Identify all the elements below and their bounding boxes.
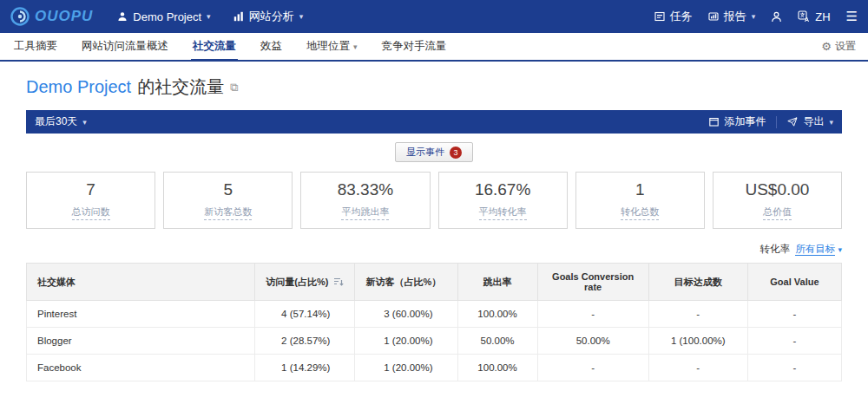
copy-icon[interactable]: ⧉ xyxy=(230,81,238,94)
col-header-label: 访问量(占比%) xyxy=(266,276,328,289)
events-row: 显示事件 3 xyxy=(26,142,842,162)
user-icon xyxy=(771,11,782,23)
chevron-down-icon: ▾ xyxy=(829,118,833,127)
tasks-icon xyxy=(654,11,665,22)
chevron-down-icon: ▾ xyxy=(752,12,756,21)
tab-label: 效益 xyxy=(260,39,282,54)
cell-bounce-rate: 100.00% xyxy=(457,355,537,381)
stat-value: 16.67% xyxy=(475,180,530,199)
cell-goal-value: - xyxy=(747,301,841,328)
report-icon xyxy=(708,11,719,22)
tab-label: 地理位置 xyxy=(306,39,350,54)
col-header-bounce-rate: 跳出率 xyxy=(457,264,537,301)
tab-traffic-overview[interactable]: 网站访问流量概述 xyxy=(80,33,170,60)
col-header-goals-completed: 目标达成数 xyxy=(648,264,747,301)
page-title-suffix: 的社交流量 xyxy=(137,75,224,99)
logo-icon xyxy=(10,7,30,26)
account-button[interactable] xyxy=(771,11,782,23)
export-label: 导出 xyxy=(803,114,824,129)
send-icon xyxy=(787,117,798,127)
social-traffic-table: 社交媒体 访问量(占比%) 新访客（占比%） 跳出率 Goals C xyxy=(26,263,842,381)
tab-competitor-traffic[interactable]: 竞争对手流量 xyxy=(380,33,449,60)
page-title: Demo Project 的社交流量 ⧉ xyxy=(26,75,842,99)
stat-label[interactable]: 平均转化率 xyxy=(479,205,527,220)
cell-new-visitors: 1 (20.00%) xyxy=(355,328,457,355)
show-events-button[interactable]: 显示事件 3 xyxy=(395,142,473,162)
cell-goal-value: - xyxy=(747,355,841,381)
tab-label: 社交流量 xyxy=(193,39,236,54)
add-event-icon xyxy=(709,117,719,127)
stat-card-new-visitors: 5 新访客总数 xyxy=(163,172,293,229)
language-label: ZH xyxy=(815,10,830,23)
stat-label[interactable]: 总价值 xyxy=(763,205,792,220)
reports-menu[interactable]: 报告 ▾ xyxy=(708,9,756,24)
col-header-visits: 访问量(占比%) xyxy=(255,264,355,301)
col-header-goals-conversion-rate: Goals Conversion rate xyxy=(537,264,648,301)
cell-goal-value: - xyxy=(747,328,841,355)
date-range-label: 最后30天 xyxy=(35,114,77,129)
stats-cards: 7 总访问数 5 新访客总数 83.33% 平均跳出率 16.67% 平均转化率… xyxy=(26,172,842,229)
stat-card-total-visits: 7 总访问数 xyxy=(26,172,155,229)
goal-filter-prefix: 转化率 xyxy=(760,244,791,254)
translate-icon xyxy=(798,10,810,23)
cell-social-media: Blogger xyxy=(27,328,255,355)
cell-goals-conversion-rate: - xyxy=(537,355,648,381)
cell-social-media: Facebook xyxy=(27,355,255,381)
gear-icon: ⚙ xyxy=(821,40,832,53)
date-range-dropdown[interactable]: 最后30天 ▾ xyxy=(35,114,87,129)
cell-goals-completed: 1 (100.00%) xyxy=(648,328,747,355)
main-menu-button[interactable]: ☰ xyxy=(846,9,858,24)
stat-value: 1 xyxy=(635,180,645,199)
settings-button[interactable]: ⚙ 设置 xyxy=(821,33,856,60)
goal-filter-dropdown[interactable]: 所有目标 xyxy=(795,244,835,256)
language-button[interactable]: ZH xyxy=(798,10,830,23)
add-event-button[interactable]: 添加事件 xyxy=(709,114,766,129)
tasks-menu[interactable]: 任务 xyxy=(654,9,693,24)
chevron-down-icon: ▾ xyxy=(299,12,304,21)
filter-toolbar: 最后30天 ▾ 添加事件 xyxy=(26,110,842,134)
chevron-down-icon: ▾ xyxy=(353,42,358,51)
col-header-goal-value: Goal Value xyxy=(747,264,841,301)
sort-icon[interactable] xyxy=(333,277,344,287)
cell-bounce-rate: 50.00% xyxy=(457,328,537,355)
tab-social-traffic[interactable]: 社交流量 xyxy=(191,33,238,62)
section-nav: 工具摘要 网站访问流量概述 社交流量 效益 地理位置 ▾ 竞争对手流量 ⚙ 设置 xyxy=(0,33,868,62)
stat-label[interactable]: 总访问数 xyxy=(72,205,110,220)
tasks-label: 任务 xyxy=(670,9,693,24)
table-row: Blogger 2 (28.57%) 1 (20.00%) 50.00% 50.… xyxy=(27,328,842,355)
project-menu-label: Demo Project xyxy=(133,10,201,23)
stat-value: 7 xyxy=(86,180,95,199)
stat-card-total-value: US$0.00 总价值 xyxy=(713,172,842,229)
chevron-down-icon: ▾ xyxy=(838,245,842,254)
cell-social-media: Pinterest xyxy=(27,301,255,328)
cell-visits: 4 (57.14%) xyxy=(255,301,355,328)
cell-visits: 1 (14.29%) xyxy=(255,355,355,381)
stat-label[interactable]: 转化总数 xyxy=(621,205,659,220)
cell-goals-completed: - xyxy=(648,355,747,381)
stat-card-total-conversions: 1 转化总数 xyxy=(575,172,705,229)
tab-geography[interactable]: 地理位置 ▾ xyxy=(305,33,359,60)
topbar: OUOPU Demo Project ▾ 网站分析 ▾ xyxy=(0,0,868,33)
cell-new-visitors: 1 (20.00%) xyxy=(355,355,457,381)
cell-goals-conversion-rate: - xyxy=(537,301,648,328)
col-header-new-visitors: 新访客（占比%） xyxy=(355,264,457,301)
tab-benefits[interactable]: 效益 xyxy=(259,33,284,60)
site-analysis-menu[interactable]: 网站分析 ▾ xyxy=(233,9,304,24)
app-logo[interactable]: OUOPU xyxy=(10,7,93,26)
table-row: Facebook 1 (14.29%) 1 (20.00%) 100.00% -… xyxy=(27,355,842,381)
cell-goals-completed: - xyxy=(648,301,747,328)
settings-label: 设置 xyxy=(835,39,856,54)
cell-goals-conversion-rate: 50.00% xyxy=(537,328,648,355)
goal-filter: 转化率所有目标 ▾ xyxy=(26,243,842,256)
stat-label[interactable]: 平均跳出率 xyxy=(341,205,389,220)
project-menu[interactable]: Demo Project ▾ xyxy=(117,10,210,23)
tab-tools-summary[interactable]: 工具摘要 xyxy=(12,33,59,60)
page-title-project: Demo Project xyxy=(26,77,131,97)
export-button[interactable]: 导出 ▾ xyxy=(787,114,833,129)
stat-value: 83.33% xyxy=(338,180,393,199)
tab-label: 竞争对手流量 xyxy=(382,39,447,54)
stat-label[interactable]: 新访客总数 xyxy=(204,205,252,220)
hamburger-icon: ☰ xyxy=(846,9,858,24)
tab-label: 工具摘要 xyxy=(14,39,57,54)
stat-value: US$0.00 xyxy=(745,180,809,199)
